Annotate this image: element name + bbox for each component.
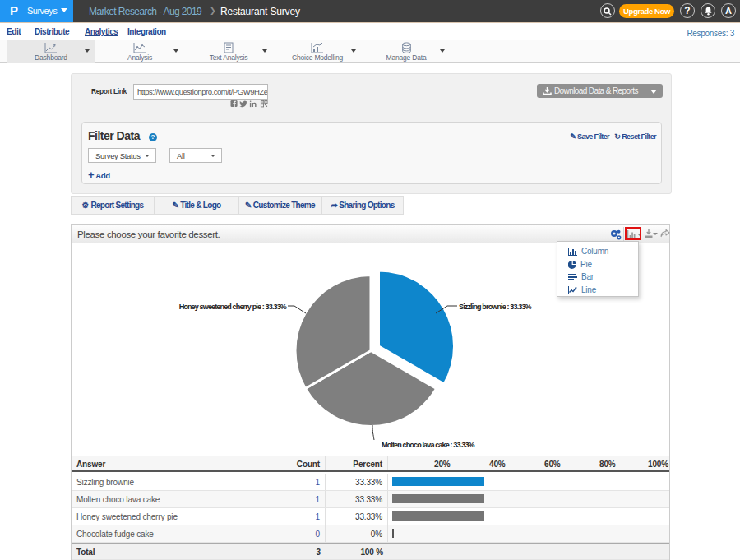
svg-text:Honey sweetened cherry pie : 3: Honey sweetened cherry pie : 33.33%: [179, 303, 287, 311]
svg-text:Molten choco lava cake : 33.33: Molten choco lava cake : 33.33%: [382, 441, 475, 449]
svg-text:Sizzling brownie : 33.33%: Sizzling brownie : 33.33%: [459, 303, 532, 311]
